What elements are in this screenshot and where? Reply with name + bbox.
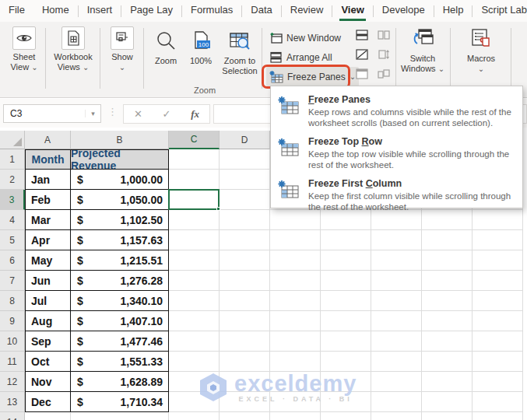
row-header-14[interactable]: 14: [0, 412, 25, 420]
cell-g7[interactable]: [371, 271, 422, 291]
cell-a1[interactable]: Month: [25, 149, 71, 170]
cell-h14[interactable]: [422, 412, 473, 420]
zoom-button[interactable]: Zoom: [148, 29, 184, 66]
row-header-9[interactable]: 9: [0, 311, 25, 331]
show-button[interactable]: Show ⌄: [103, 26, 142, 72]
cell-h5[interactable]: [422, 230, 473, 250]
tab-develope[interactable]: Develope: [374, 0, 434, 22]
cell-a13[interactable]: Dec: [25, 392, 71, 412]
cell-c9[interactable]: [169, 311, 220, 331]
row-header-1[interactable]: 1: [0, 149, 25, 170]
arrange-all-button[interactable]: Arrange All: [266, 47, 336, 67]
cell-f14[interactable]: [321, 412, 371, 420]
cell-g13[interactable]: [371, 392, 422, 412]
column-header-d[interactable]: D: [220, 131, 270, 149]
reset-window-position-icon[interactable]: [377, 68, 391, 80]
tab-formulas[interactable]: Formulas: [182, 0, 241, 22]
cell-b1[interactable]: Projected Revenue: [71, 149, 169, 170]
cell-h10[interactable]: [422, 331, 473, 352]
column-header-b[interactable]: B: [71, 131, 169, 149]
cell-h7[interactable]: [422, 271, 473, 291]
cell-b2[interactable]: $1,000.00: [71, 170, 169, 190]
cell-d1[interactable]: [220, 149, 270, 170]
cell-c1[interactable]: [169, 149, 220, 170]
cell-g14[interactable]: [371, 412, 422, 420]
menu-item-freeze-first-column[interactable]: Freeze First Column Keep the first colum…: [271, 174, 522, 216]
cell-a4[interactable]: Mar: [25, 210, 71, 230]
cell-e6[interactable]: [270, 250, 321, 271]
cell-g11[interactable]: [371, 352, 422, 372]
cell-f5[interactable]: [321, 230, 371, 250]
name-box[interactable]: C3 ▾: [3, 104, 101, 123]
cell-e12[interactable]: [270, 372, 321, 392]
cell-b14[interactable]: [71, 412, 169, 420]
cell-f11[interactable]: [321, 352, 371, 372]
cell-h13[interactable]: [422, 392, 473, 412]
selected-cell-C3[interactable]: [168, 189, 220, 210]
cell-e14[interactable]: [270, 412, 321, 420]
cell-d13[interactable]: [220, 392, 270, 412]
cell-d11[interactable]: [220, 352, 270, 372]
cell-i8[interactable]: [473, 291, 523, 311]
cell-e10[interactable]: [270, 331, 321, 352]
cell-f10[interactable]: [321, 331, 371, 352]
cell-b6[interactable]: $1,215.51: [71, 250, 169, 271]
tab-data[interactable]: Data: [242, 0, 280, 22]
row-header-13[interactable]: 13: [0, 392, 25, 412]
row-header-2[interactable]: 2: [0, 170, 25, 190]
cell-a3[interactable]: Feb: [25, 190, 71, 210]
cell-f9[interactable]: [321, 311, 371, 331]
split-icon[interactable]: [355, 29, 369, 41]
cell-i9[interactable]: [473, 311, 523, 331]
cell-d9[interactable]: [220, 311, 270, 331]
cell-d3[interactable]: [220, 190, 270, 210]
cell-c12[interactable]: [169, 372, 220, 392]
dropdown-arrow-icon[interactable]: ▾: [85, 110, 100, 117]
cell-c11[interactable]: [169, 352, 220, 372]
cell-i5[interactable]: [473, 230, 523, 250]
cell-f8[interactable]: [321, 291, 371, 311]
cell-h12[interactable]: [422, 372, 473, 392]
cell-i10[interactable]: [473, 331, 523, 352]
cell-c14[interactable]: [169, 412, 220, 420]
cell-g6[interactable]: [371, 250, 422, 271]
cell-c6[interactable]: [169, 250, 220, 271]
row-header-12[interactable]: 12: [0, 372, 25, 392]
cell-g10[interactable]: [371, 331, 422, 352]
cell-d2[interactable]: [220, 170, 270, 190]
cell-b9[interactable]: $1,407.10: [71, 311, 169, 331]
cell-c5[interactable]: [169, 230, 220, 250]
cell-a14[interactable]: [25, 412, 71, 420]
cell-c7[interactable]: [169, 271, 220, 291]
cell-d10[interactable]: [220, 331, 270, 352]
cell-b11[interactable]: $1,551.33: [71, 352, 169, 372]
cell-b4[interactable]: $1,102.50: [71, 210, 169, 230]
cell-f12[interactable]: [321, 372, 371, 392]
cell-a8[interactable]: Jul: [25, 291, 71, 311]
fill-handle[interactable]: [216, 207, 220, 211]
menu-item-freeze-top-row[interactable]: Freeze Top Row Keep the top row visible …: [271, 132, 522, 174]
cell-c8[interactable]: [169, 291, 220, 311]
cell-d14[interactable]: [220, 412, 270, 420]
enter-icon[interactable]: ✓: [163, 108, 171, 120]
cell-e5[interactable]: [270, 230, 321, 250]
cell-i6[interactable]: [473, 250, 523, 271]
column-header-a[interactable]: A: [25, 131, 71, 149]
row-header-10[interactable]: 10: [0, 331, 25, 352]
cell-i11[interactable]: [473, 352, 523, 372]
cell-f7[interactable]: [321, 271, 371, 291]
cell-b3[interactable]: $1,050.00: [71, 190, 169, 210]
cell-a10[interactable]: Sep: [25, 331, 71, 352]
cell-g5[interactable]: [371, 230, 422, 250]
cell-b7[interactable]: $1,276.28: [71, 271, 169, 291]
freeze-panes-button[interactable]: Freeze Panes ⌄: [266, 67, 359, 86]
cell-g8[interactable]: [371, 291, 422, 311]
cell-b13[interactable]: $1,710.34: [71, 392, 169, 412]
insert-function-icon[interactable]: fx: [191, 108, 199, 121]
view-side-by-side-icon[interactable]: [377, 29, 391, 41]
tab-insert[interactable]: Insert: [79, 0, 121, 22]
cell-e11[interactable]: [270, 352, 321, 372]
switch-windows-button[interactable]: Switch Windows ⌄: [400, 26, 445, 74]
row-header-11[interactable]: 11: [0, 352, 25, 372]
unhide-icon[interactable]: [355, 68, 369, 80]
